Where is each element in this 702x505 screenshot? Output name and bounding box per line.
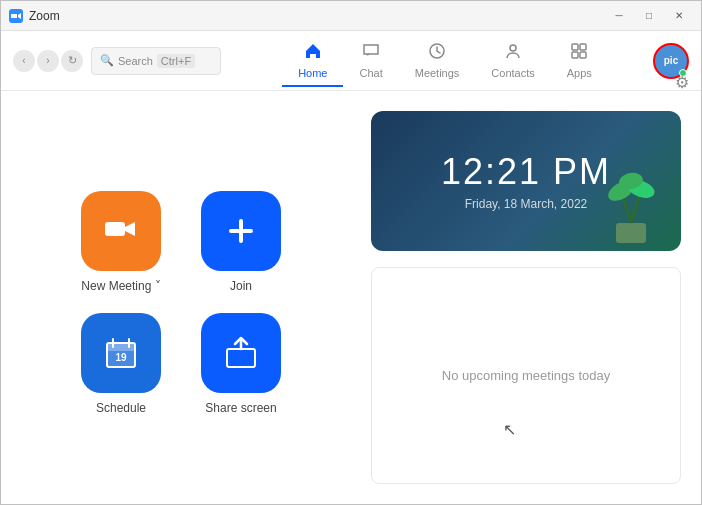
tab-chat[interactable]: Chat bbox=[343, 35, 398, 87]
share-screen-button[interactable] bbox=[201, 313, 281, 393]
svg-point-2 bbox=[510, 45, 516, 51]
svg-rect-5 bbox=[580, 52, 586, 58]
gear-button[interactable]: ⚙ bbox=[671, 69, 693, 96]
title-bar: Zoom ─ □ ✕ bbox=[1, 1, 701, 31]
forward-button[interactable]: › bbox=[37, 50, 59, 72]
minimize-button[interactable]: ─ bbox=[605, 6, 633, 26]
date-display: Friday, 18 March, 2022 bbox=[465, 197, 588, 211]
tab-home[interactable]: Home bbox=[282, 35, 343, 87]
zoom-window: Zoom ─ □ ✕ ‹ › ↻ 🔍 Search Ctrl+F bbox=[0, 0, 702, 505]
tab-contacts[interactable]: Contacts bbox=[475, 35, 550, 87]
schedule-label: Schedule bbox=[96, 401, 146, 415]
action-grid: New Meeting ˅ Join bbox=[81, 191, 281, 415]
svg-rect-12 bbox=[616, 223, 646, 243]
left-panel: New Meeting ˅ Join bbox=[1, 91, 361, 504]
main-content: New Meeting ˅ Join bbox=[1, 91, 701, 504]
zoom-icon bbox=[9, 9, 23, 23]
meetings-icon bbox=[427, 41, 447, 65]
tab-apps-label: Apps bbox=[567, 67, 592, 79]
join-button[interactable] bbox=[201, 191, 281, 271]
action-item-new-meeting[interactable]: New Meeting ˅ bbox=[81, 191, 161, 293]
share-icon bbox=[223, 335, 259, 371]
action-item-schedule[interactable]: 19 Schedule bbox=[81, 313, 161, 415]
chat-icon bbox=[361, 41, 381, 65]
action-item-share-screen[interactable]: Share screen bbox=[201, 313, 281, 415]
window-controls: ─ □ ✕ bbox=[605, 6, 693, 26]
search-icon: 🔍 bbox=[100, 54, 114, 67]
svg-text:19: 19 bbox=[115, 352, 127, 363]
maximize-button[interactable]: □ bbox=[635, 6, 663, 26]
nav-bar: ‹ › ↻ 🔍 Search Ctrl+F Home bbox=[1, 31, 701, 91]
right-panel: 12:21 PM Friday, 18 March, 2022 bbox=[361, 91, 701, 504]
camera-icon bbox=[103, 213, 139, 249]
gear-icon: ⚙ bbox=[675, 74, 689, 91]
back-button[interactable]: ‹ bbox=[13, 50, 35, 72]
share-screen-label: Share screen bbox=[205, 401, 276, 415]
plus-icon bbox=[223, 213, 259, 249]
tab-chat-label: Chat bbox=[359, 67, 382, 79]
svg-rect-3 bbox=[572, 44, 578, 50]
gear-area: ⚙ bbox=[671, 69, 693, 96]
svg-rect-6 bbox=[572, 52, 578, 58]
refresh-button[interactable]: ↻ bbox=[61, 50, 83, 72]
app-title: Zoom bbox=[29, 9, 605, 23]
profile-initials: pic bbox=[664, 55, 678, 66]
tab-contacts-label: Contacts bbox=[491, 67, 534, 79]
search-label: Search bbox=[118, 55, 153, 67]
svg-rect-9 bbox=[107, 343, 135, 351]
new-meeting-button[interactable] bbox=[81, 191, 161, 271]
tab-apps[interactable]: Apps bbox=[551, 35, 608, 87]
close-button[interactable]: ✕ bbox=[665, 6, 693, 26]
contacts-icon bbox=[503, 41, 523, 65]
search-shortcut: Ctrl+F bbox=[157, 54, 195, 68]
date-card: 12:21 PM Friday, 18 March, 2022 bbox=[371, 111, 681, 251]
calendar-icon: 19 bbox=[103, 335, 139, 371]
svg-rect-7 bbox=[105, 222, 125, 236]
date-card-content: 12:21 PM Friday, 18 March, 2022 bbox=[441, 151, 611, 211]
nav-arrows: ‹ › ↻ bbox=[13, 50, 83, 72]
tab-meetings[interactable]: Meetings bbox=[399, 35, 476, 87]
time-display: 12:21 PM bbox=[441, 151, 611, 193]
no-meetings-text: No upcoming meetings today bbox=[442, 368, 610, 383]
search-box[interactable]: 🔍 Search Ctrl+F bbox=[91, 47, 221, 75]
svg-rect-11 bbox=[227, 349, 255, 367]
tab-home-label: Home bbox=[298, 67, 327, 79]
svg-rect-4 bbox=[580, 44, 586, 50]
new-meeting-label: New Meeting ˅ bbox=[81, 279, 160, 293]
schedule-button[interactable]: 19 bbox=[81, 313, 161, 393]
home-icon bbox=[303, 41, 323, 65]
tab-meetings-label: Meetings bbox=[415, 67, 460, 79]
join-label: Join bbox=[230, 279, 252, 293]
action-item-join[interactable]: Join bbox=[201, 191, 281, 293]
apps-icon bbox=[569, 41, 589, 65]
nav-tabs: Home Chat bbox=[237, 35, 653, 87]
meetings-panel: No upcoming meetings today bbox=[371, 267, 681, 484]
